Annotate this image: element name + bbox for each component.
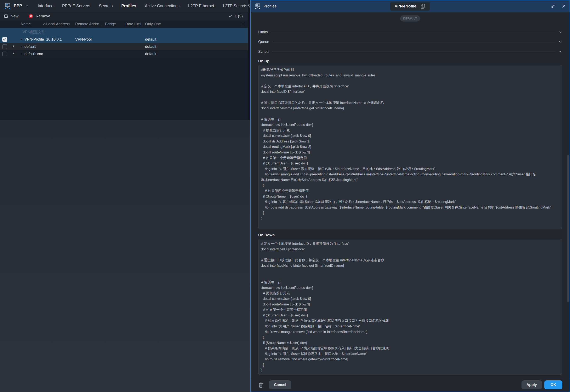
delete-icon[interactable] [258,382,264,388]
row-name: default [25,44,36,49]
list-toolbar: New Remove 1 (3) [0,12,248,20]
new-button-label: New [11,14,18,18]
column-settings-icon[interactable] [241,22,245,26]
section-divider [272,52,555,52]
chevron-down-icon [559,30,562,34]
table-row[interactable]: * default-enc... default [0,50,248,57]
on-down-script-input[interactable]: # 定义一个本地变量 interfaceID，并将其值设为 "interface… [258,239,562,375]
row-default-flag: * [9,52,17,56]
tab-l2tp-secrets[interactable]: L2TP Secrets [223,3,247,8]
default-badge: DEFAULT [400,15,420,22]
row-name: VPN-Profile [25,37,44,42]
tab-secrets[interactable]: Secrets [99,3,113,8]
column-header-local-address[interactable]: Local Address [46,22,75,26]
table-row[interactable]: * default default [0,43,248,50]
column-header-only-one[interactable]: Only One [145,22,248,26]
group-row-label: VPN配置文件 [23,29,45,34]
row-checkbox-unchecked[interactable] [2,52,7,56]
tab-interface[interactable]: Interface [38,3,54,8]
table-header: Name Local Address Remote Addre... Bridg… [0,20,248,28]
panel-footer: Cancel Apply OK [251,378,570,392]
new-button[interactable]: New [4,14,18,18]
row-bullet [21,53,22,55]
row-only-one: default [145,37,248,42]
cancel-button[interactable]: Cancel [269,380,291,389]
row-remote-address: VPN-Pool [75,37,105,42]
column-header-name[interactable]: Name [17,22,46,26]
section-limits-label: Limits [258,30,268,34]
detach-icon[interactable] [551,4,555,8]
row-local-address: 10.10.0.1 [46,37,75,42]
selection-count-label: 1 (3) [235,14,243,18]
chevron-down-icon[interactable] [25,4,29,8]
tab-pppoe-servers[interactable]: PPPoE Servers [62,3,90,8]
window-title: PPP [14,3,22,8]
column-header-rate-limit[interactable]: Rate Limi... [125,22,145,26]
panel-header: Profiles VPN-Profile [251,0,570,12]
section-queue-label: Queue [258,40,269,44]
tab-bar: Interface PPPoE Servers Secrets Profiles… [38,3,247,8]
record-name: VPN-Profile [395,4,416,9]
column-name-label: Name [21,22,31,26]
section-scripts[interactable]: Scripts [258,48,562,55]
tab-l2tp-ethernet[interactable]: L2TP Ethernet [188,3,214,8]
tab-profiles[interactable]: Profiles [121,3,136,8]
section-limits[interactable]: Limits [258,28,562,36]
row-checkbox-checked[interactable] [2,37,7,42]
table-group-row[interactable]: VPN配置文件 [0,28,248,36]
ok-button[interactable]: OK [544,380,562,389]
on-down-label: On Down [258,232,562,238]
column-header-bridge[interactable]: Bridge [105,22,125,26]
ppp-monitor-icon [4,2,11,10]
desktop-background [0,120,250,392]
column-header-remote-address[interactable]: Remote Addre... [75,22,105,26]
profiles-monitor-icon [254,3,261,10]
row-only-one: default [145,44,248,49]
panel-scrollbar-thumb[interactable] [567,155,569,302]
sort-ascending-icon [43,23,46,26]
table-row[interactable]: VPN-Profile 10.10.0.1 VPN-Pool default [0,36,248,43]
section-divider [271,32,555,32]
selection-count: 1 (3) [229,14,243,18]
panel-title: Profiles [263,4,277,9]
new-document-icon [4,14,8,18]
panel-body: DEFAULT Limits Queue Scripts On Up #删除异常… [251,12,570,375]
row-only-one: default [145,52,248,56]
row-checkbox-unchecked[interactable] [2,44,7,49]
on-up-script-input[interactable]: #删除异常失效的规则 /system script run remove_hw_… [258,65,562,229]
row-name: default-enc... [25,52,46,56]
copy-icon[interactable] [421,3,425,9]
row-bullet [21,46,22,47]
remove-button-label: Remove [36,14,50,18]
check-icon[interactable] [229,14,233,18]
close-icon[interactable] [562,4,566,8]
ppp-menubar: PPP Interface PPPoE Servers Secrets Prof… [0,0,248,12]
row-default-flag: * [9,44,17,49]
chevron-down-icon [559,40,562,43]
section-queue[interactable]: Queue [258,38,562,45]
chevron-up-icon [559,50,562,53]
record-name-box[interactable]: VPN-Profile [390,2,430,11]
tab-active-connections[interactable]: Active Connections [145,3,179,8]
section-scripts-label: Scripts [258,50,269,54]
ppp-window: PPP Interface PPPoE Servers Secrets Prof… [0,0,248,120]
row-bullet [21,39,22,40]
profile-detail-panel: Profiles VPN-Profile DEFAULT Limits [250,0,570,392]
on-up-label: On Up [258,58,562,64]
apply-button[interactable]: Apply [522,380,542,389]
remove-circle-icon [29,14,33,19]
section-divider [272,42,555,42]
remove-button[interactable]: Remove [29,14,50,19]
